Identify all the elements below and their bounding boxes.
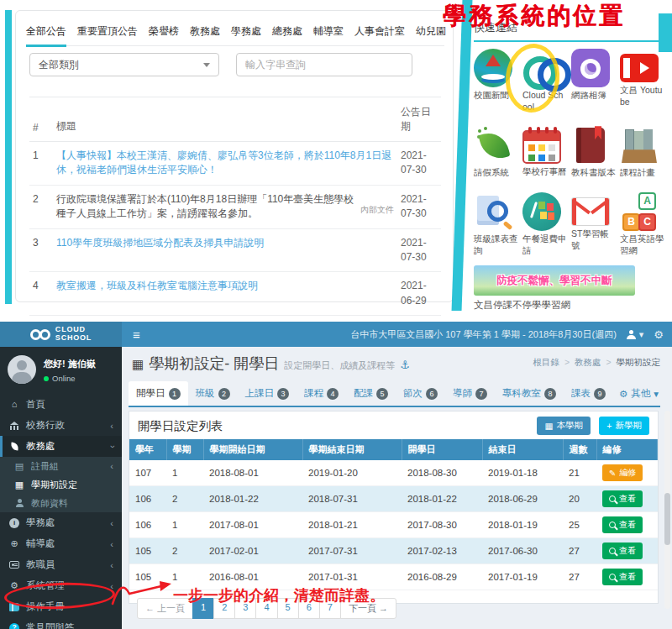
sidebar-item-staff[interactable]: 教職員‹ — [0, 554, 122, 575]
sidebar-item-semester-setup[interactable]: ▦學期初設定 — [0, 475, 122, 494]
announcement-title[interactable]: 教室搬遷，班級及科任教室電腦注意事項說明 — [56, 280, 258, 291]
quicklink-item[interactable]: 校園新聞 — [474, 49, 522, 113]
scrollbar-thumb[interactable] — [664, 493, 670, 545]
cloudschool-logo[interactable]: CLOUD SCHOOL — [0, 322, 122, 347]
sidebar-item-system-admin[interactable]: ⚙系統管理‹ — [0, 575, 122, 596]
chevron-left-icon: ‹ — [110, 539, 113, 549]
gears-icon: ⚙ — [8, 581, 20, 590]
announcement-tab-9[interactable]: 幼兒園 — [416, 17, 446, 46]
sidebar-item-counseling[interactable]: ⊕輔導處‹ — [0, 533, 122, 554]
new-semester-button[interactable]: + 新學期 — [599, 417, 649, 435]
breadcrumb: 根目錄 > 教務處 > 學期初設定 — [533, 357, 660, 380]
quicklink-item[interactable]: ST學習帳號 — [571, 192, 620, 256]
tab-5[interactable]: 配課5 — [346, 381, 396, 406]
navbar-right: 台中市大甲區文昌國小 107 學年第 1 學期 - 2018年8月30日(週四)… — [350, 322, 664, 347]
announcement-title[interactable]: 110學年度班級掃地區域分配表及掃具申請說明 — [56, 237, 264, 249]
quicklink-item[interactable]: ABC文昌英語學習網 — [620, 192, 669, 256]
page-button-6[interactable]: 6 — [298, 598, 320, 619]
view-button[interactable]: 查看 — [602, 569, 643, 585]
announcement-tab-6[interactable]: 總務處 — [272, 17, 302, 46]
sidebar-item-label: 輔導處 — [26, 537, 55, 550]
next-page-button[interactable]: 下一頁 → — [340, 598, 396, 619]
quicklink-item[interactable]: 午餐退費申請 — [522, 192, 571, 256]
semester-close: 2017-01-19 — [482, 564, 563, 590]
prev-page-button[interactable]: ← 上一頁 — [137, 598, 193, 619]
announcement-tab-5[interactable]: 學務處 — [231, 17, 261, 46]
tab-4[interactable]: 課程4 — [297, 381, 346, 406]
sidebar-item-faq[interactable]: ?常見問與答 — [0, 617, 122, 629]
plus-icon: + — [606, 421, 612, 431]
edit-button[interactable]: ✎編修 — [602, 464, 643, 481]
tab-number-badge: 8 — [544, 388, 556, 400]
page-button-7[interactable]: 7 — [319, 598, 341, 619]
view-button[interactable]: 查看 — [602, 490, 643, 507]
tab-2[interactable]: 班級2 — [188, 381, 238, 406]
quicklink-item[interactable]: 學校行事曆 — [522, 126, 571, 179]
semester-weeks: 21 — [563, 460, 596, 486]
gmail-icon — [571, 197, 610, 226]
sidebar-item-school-admin[interactable]: 校務行政‹ — [0, 415, 122, 436]
settings-gear-icon[interactable]: ⚙ — [654, 328, 664, 341]
search-input[interactable] — [236, 53, 412, 76]
more-dropdown[interactable]: ⚙其他▾ — [617, 381, 660, 406]
epidemic-learning-banner[interactable]: 防疫不鬆懈、學習不中斷 — [474, 265, 635, 296]
sidebar-item-academic-office[interactable]: 教務處‹ — [0, 436, 122, 457]
announcement-tab-2[interactable]: 重要置頂公告 — [77, 17, 138, 46]
announcement-tab-3[interactable]: 榮譽榜 — [149, 17, 179, 46]
announcement-tab-7[interactable]: 輔導室 — [313, 17, 344, 46]
letter-block: B — [622, 213, 640, 231]
sidebar-item-student-affairs[interactable]: i學務處‹ — [0, 512, 122, 533]
quicklink-item[interactable]: 課程計畫 — [620, 126, 669, 179]
announcement-tab-4[interactable]: 教務處 — [190, 17, 220, 46]
tab-number-badge: 5 — [376, 388, 388, 400]
hamburger-menu-icon[interactable]: ≡ — [133, 328, 140, 342]
announcement-table: # 標題 公告日期 1【人事快報】本校王漢清、廖婉倩、廖弘帛等3位老師，將於11… — [29, 97, 441, 359]
tab-1[interactable]: 開學日1 — [129, 381, 188, 406]
sidebar-item-manual[interactable]: 操作手冊 — [0, 596, 122, 617]
page-button-3[interactable]: 3 — [234, 598, 256, 619]
sidebar-item-registration[interactable]: ▤註冊組‹ — [0, 457, 122, 475]
semester-start: 2018-08-01 — [203, 460, 302, 486]
quicklink-label: Cloud School — [522, 90, 568, 113]
current-semester-button[interactable]: ▦ 本學期 — [537, 417, 590, 435]
quicklink-item[interactable]: Cloud School — [522, 49, 571, 113]
sidebar-item-home[interactable]: ⌂首頁 — [0, 394, 122, 415]
sidebar-item-teacher-data[interactable]: 教師資料 — [0, 494, 122, 512]
quicklink-item[interactable]: 網路相簿 — [571, 49, 620, 113]
bank-icon — [8, 422, 20, 430]
id-card-icon — [8, 561, 20, 569]
breadcrumb-root[interactable]: 根目錄 — [533, 357, 560, 367]
breadcrumb-office[interactable]: 教務處 — [575, 357, 601, 367]
page-button-1[interactable]: 1 — [192, 598, 214, 619]
announcement-tab-1[interactable]: 全部公告 — [26, 17, 66, 46]
announcement-tab-8[interactable]: 人事會計室 — [354, 17, 405, 46]
quicklink-item[interactable]: 請假系統 — [474, 126, 522, 179]
sidebar-item-label: 教師資料 — [31, 497, 68, 510]
quicklink-item[interactable]: 文昌 Youtube — [620, 49, 669, 113]
semester-table-header: 學年學期學期開始日期學期結束日期開學日結束日週數編修 — [129, 439, 658, 460]
col-number: # — [29, 97, 53, 142]
tab-3[interactable]: 上課日3 — [238, 381, 297, 406]
quicklink-label: 班級課表查詢 — [474, 233, 519, 256]
page-button-5[interactable]: 5 — [277, 598, 299, 619]
view-button[interactable]: 查看 — [602, 543, 643, 559]
page-button-2[interactable]: 2 — [213, 598, 235, 619]
action-label: 查看 — [619, 571, 636, 583]
semester-row: 10612017-08-012018-01-212017-08-302018-0… — [129, 512, 658, 538]
tab-8[interactable]: 專科教室8 — [495, 381, 564, 406]
user-menu[interactable]: ▾ — [627, 329, 644, 340]
quicklink-label: 請假系統 — [474, 167, 519, 179]
user-status: Online — [44, 374, 96, 383]
anchor-icon[interactable]: ⚓ — [400, 359, 410, 371]
page-button-4[interactable]: 4 — [255, 598, 277, 619]
category-select[interactable]: 全部類別 — [29, 53, 219, 76]
calendar-icon: ▦ — [132, 357, 144, 372]
quicklink-item[interactable]: 班級課表查詢 — [474, 192, 522, 256]
quicklink-item[interactable]: 教科書版本 — [571, 126, 620, 179]
sidebar-item-label: 教職員 — [26, 558, 55, 571]
tab-7[interactable]: 導師7 — [445, 381, 495, 406]
view-button[interactable]: 查看 — [602, 516, 643, 533]
tab-9[interactable]: 課表9 — [564, 381, 613, 406]
announcement-title[interactable]: 【人事快報】本校王漢清、廖婉倩、廖弘帛等3位老師，將於110年8月1日退休，祝福… — [56, 149, 391, 176]
tab-6[interactable]: 節次6 — [396, 381, 445, 406]
